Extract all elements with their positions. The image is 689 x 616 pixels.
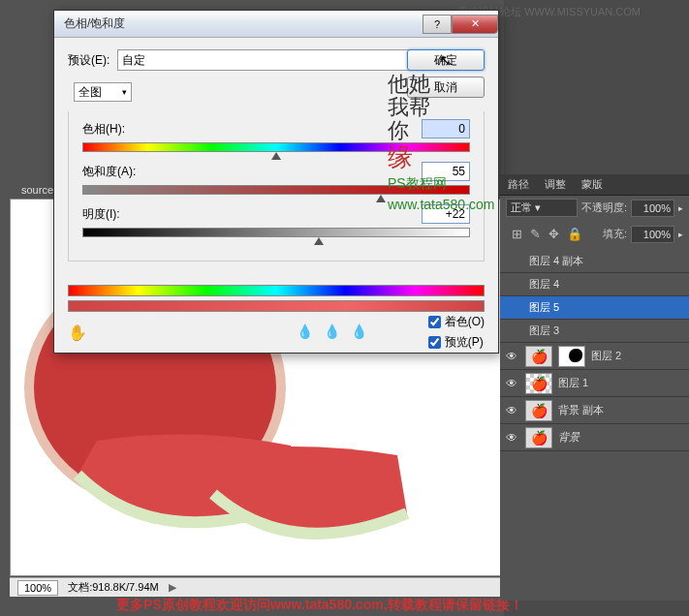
hand-icon[interactable]: ✋ <box>68 323 87 342</box>
preset-label: 预设(E): <box>68 52 110 69</box>
tab-paths[interactable]: 路径 <box>500 174 537 195</box>
saturation-label: 饱和度(A): <box>82 164 179 180</box>
layer-row[interactable]: 图层 4 副本 <box>500 250 689 273</box>
close-button[interactable]: ✕ <box>452 15 498 34</box>
opacity-input[interactable] <box>631 200 674 217</box>
layer-row[interactable]: 图层 4 <box>500 273 689 296</box>
eyedropper-icon[interactable]: 💧 <box>297 323 314 341</box>
help-button[interactable]: ? <box>423 15 452 34</box>
visibility-icon[interactable]: 👁 <box>504 404 519 417</box>
watermark-stamp: 他她 我帮 你 缘 PS教程网 www.tata580.com <box>388 73 504 212</box>
layer-row[interactable]: 👁 🍎 背景 <box>500 424 689 451</box>
layer-thumbnail[interactable]: 🍎 <box>525 373 552 394</box>
lightness-label: 明度(I): <box>82 206 179 223</box>
blend-mode-dropdown[interactable]: 正常 ▾ <box>506 199 578 217</box>
fill-input[interactable] <box>631 226 674 243</box>
ok-button[interactable]: 确定 <box>407 49 485 71</box>
lock-all-icon[interactable]: 🔒 <box>567 227 582 241</box>
layer-row[interactable]: 👁 🍎 图层 1 <box>500 370 689 397</box>
tab-masks[interactable]: 蒙版 <box>574 174 611 195</box>
colorize-checkbox[interactable]: 着色(O) <box>428 314 485 330</box>
layer-thumbnail[interactable]: 🍎 <box>525 400 552 421</box>
mask-thumbnail[interactable] <box>558 346 585 367</box>
eyedropper-subtract-icon[interactable]: 💧 <box>351 323 368 341</box>
hue-spectrum-bar <box>68 285 485 296</box>
hue-label: 色相(H): <box>82 121 179 138</box>
lightness-slider[interactable] <box>82 228 470 237</box>
chevron-down-icon: ▾ <box>122 87 127 97</box>
lock-transparent-icon[interactable]: ⊞ <box>512 227 522 241</box>
result-spectrum-bar <box>68 300 485 312</box>
tab-adjustments[interactable]: 调整 <box>537 174 574 195</box>
layer-thumbnail[interactable]: 🍎 <box>525 427 552 448</box>
layers-list: 图层 4 副本 图层 4 图层 5 图层 3 👁 🍎 图层 2 👁 🍎 图层 1… <box>500 250 689 451</box>
visibility-icon[interactable]: 👁 <box>504 377 519 390</box>
lock-position-icon[interactable]: ✥ <box>548 227 559 241</box>
dialog-titlebar[interactable]: 色相/饱和度 ? ✕ <box>54 11 498 38</box>
layer-row[interactable]: 👁 🍎 背景 副本 <box>500 397 689 424</box>
channel-dropdown[interactable]: 全图▾ <box>74 82 132 102</box>
visibility-icon[interactable]: 👁 <box>504 431 519 445</box>
layer-thumbnail[interactable]: 🍎 <box>525 346 552 367</box>
layer-row[interactable]: 图层 5 <box>500 296 689 320</box>
visibility-icon[interactable]: 👁 <box>504 350 519 363</box>
zoom-input[interactable]: 100% <box>17 580 58 596</box>
panels: 路径 调整 蒙版 正常 ▾ 不透明度: ▸ ⊞ ✎ ✥ 🔒 填充: ▸ 图层 4… <box>500 174 689 601</box>
status-bar: 100% 文档:918.8K/7.94M ▶ <box>10 577 504 597</box>
lock-pixels-icon[interactable]: ✎ <box>530 227 541 241</box>
opacity-label: 不透明度: <box>581 200 627 215</box>
eyedropper-add-icon[interactable]: 💧 <box>324 323 341 341</box>
dialog-title: 色相/饱和度 <box>64 15 125 32</box>
footer-watermark: 更多PS原创教程欢迎访问www.tata580.com,转载教程请保留链接！ <box>116 597 523 614</box>
preview-checkbox[interactable]: 预览(P) <box>428 334 485 351</box>
fill-label: 填充: <box>603 227 627 241</box>
layer-row[interactable]: 图层 3 <box>500 320 689 343</box>
doc-info: 文档:918.8K/7.94M <box>68 580 159 595</box>
layer-row[interactable]: 👁 🍎 图层 2 <box>500 343 689 370</box>
